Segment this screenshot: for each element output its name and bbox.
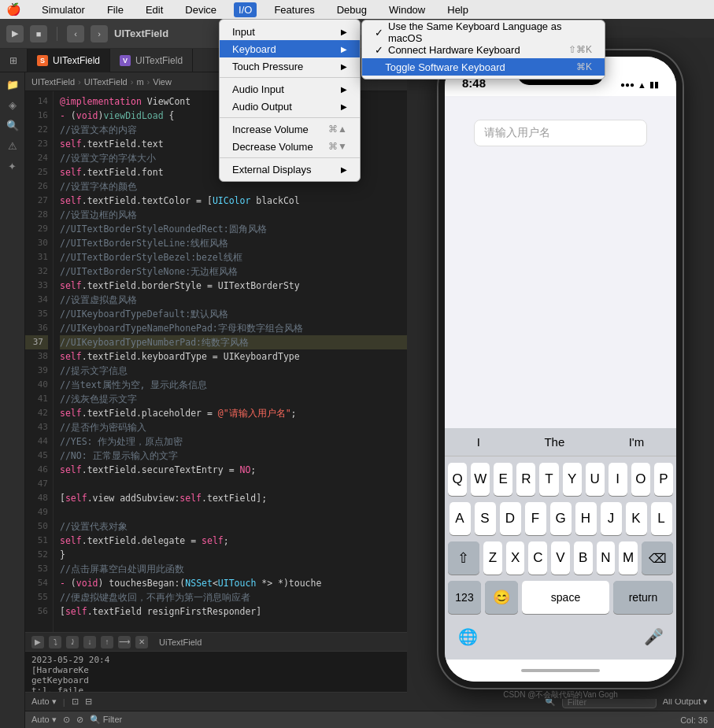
kb-key-s[interactable]: S [475, 502, 496, 535]
kb-key-shift[interactable]: ⇧ [448, 541, 479, 575]
debug-step-btn[interactable]: ⤵ [49, 636, 61, 649]
breadcrumb-part-2[interactable]: UITextField [84, 77, 128, 87]
symbol-nav-icon[interactable]: ◈ [4, 96, 21, 113]
submenu-connect-hardware-label: Connect Hardware Keyboard [388, 44, 520, 56]
ln-31: 31 [38, 250, 48, 264]
debug-step-over-btn[interactable]: ⤸ [66, 636, 79, 649]
run-button[interactable]: ▶ [6, 25, 24, 42]
kb-key-m[interactable]: M [619, 541, 638, 575]
apple-logo-icon[interactable]: 🍎 [6, 2, 21, 17]
debug-toggle-1[interactable]: ⊡ [72, 697, 79, 707]
kb-key-w[interactable]: W [471, 463, 490, 496]
kb-key-mic[interactable]: 🎤 [637, 620, 670, 653]
menu-touch-pressure[interactable]: Touch Pressure ▶ [220, 57, 360, 75]
file-nav-icon[interactable]: 📁 [4, 76, 21, 93]
status-icon-2: ⊘ [76, 715, 83, 725]
menu-io[interactable]: I/O [234, 2, 257, 17]
kb-key-l[interactable]: L [651, 502, 672, 535]
menu-device[interactable]: Device [180, 2, 221, 17]
breadcrumb-part-4[interactable]: View [153, 77, 172, 87]
kb-key-f[interactable]: F [525, 502, 546, 535]
status-bar: Auto ▾ ⊙ ⊘ 🔍 Filter Col: 36 [25, 711, 714, 728]
debug-share-btn[interactable]: ⟶ [118, 636, 131, 649]
kb-key-delete[interactable]: ⌫ [642, 541, 673, 575]
suggestion-i[interactable]: I [477, 435, 480, 449]
menu-audio-output[interactable]: Audio Output ▶ [220, 98, 360, 115]
kb-key-emoji[interactable]: 😊 [485, 581, 518, 614]
iphone-keyboard[interactable]: I The I'm Q W E R T Y U I O [445, 428, 676, 660]
stop-button[interactable]: ■ [30, 25, 47, 42]
auto-status[interactable]: Auto ▾ [31, 715, 57, 725]
kb-key-x[interactable]: X [506, 541, 525, 575]
tab-navigator[interactable]: ⊞ [0, 49, 28, 72]
debug-play-btn[interactable]: ▶ [31, 636, 44, 649]
kb-key-b[interactable]: B [574, 541, 593, 575]
menu-file[interactable]: File [102, 2, 128, 17]
kb-key-r[interactable]: R [516, 463, 535, 496]
kb-key-o[interactable]: O [631, 463, 650, 496]
kb-key-globe[interactable]: 🌐 [451, 620, 484, 653]
username-textfield[interactable]: 请输入用户名 [474, 120, 647, 146]
nav-forward-button[interactable]: › [91, 25, 108, 42]
submenu-same-language[interactable]: ✓ Use the Same Keyboard Language as macO… [362, 24, 605, 41]
menu-audio-input[interactable]: Audio Input ▶ [220, 80, 360, 98]
menu-features[interactable]: Features [269, 2, 319, 17]
kb-row-1: Q W E R T Y U I O P [445, 456, 676, 496]
tab-uitextfield-1[interactable]: S UITextField [28, 49, 110, 72]
ln-48: 48 [38, 491, 48, 505]
menu-decrease-volume[interactable]: Decrease Volume ⌘▼ [220, 138, 360, 155]
kb-key-h[interactable]: H [575, 502, 597, 535]
menu-window[interactable]: Window [384, 2, 430, 17]
kb-key-u[interactable]: U [586, 463, 605, 496]
kb-key-k[interactable]: K [626, 502, 647, 535]
menu-increase-volume[interactable]: Increase Volume ⌘▲ [220, 120, 360, 138]
breadcrumb-part-3[interactable]: m [136, 77, 143, 87]
warning-nav-icon[interactable]: ⚠ [4, 137, 21, 154]
kb-key-z[interactable]: Z [483, 541, 502, 575]
kb-key-a[interactable]: A [449, 502, 471, 535]
kb-key-j[interactable]: J [601, 502, 622, 535]
kb-key-i[interactable]: I [609, 463, 627, 496]
menu-input[interactable]: Input ▶ [220, 23, 360, 40]
iphone-status-icons: ●●● ▲ ▮▮ [620, 79, 659, 90]
breadcrumb-part-1[interactable]: UITextField [31, 77, 75, 87]
debug-step-out-btn[interactable]: ↑ [101, 636, 113, 649]
debug-clear-btn[interactable]: ✕ [135, 636, 148, 649]
nav-back-button[interactable]: ‹ [67, 25, 84, 42]
kb-key-space[interactable]: space [522, 581, 609, 614]
kb-key-e[interactable]: E [494, 463, 512, 496]
menu-audio-output-label: Audio Output [232, 101, 292, 113]
ln-52: 52 [38, 548, 48, 562]
kb-key-n[interactable]: N [597, 541, 616, 575]
tab-uitextfield-2[interactable]: V UITextField [110, 49, 193, 72]
menu-edit[interactable]: Edit [141, 2, 168, 17]
ln-55: 55 [38, 590, 48, 604]
menu-external-displays[interactable]: External Displays ▶ [220, 161, 360, 178]
suggestion-im[interactable]: I'm [629, 435, 645, 449]
kb-key-q[interactable]: Q [448, 463, 467, 496]
kb-key-d[interactable]: D [500, 502, 521, 535]
kb-key-v[interactable]: V [551, 541, 570, 575]
kb-key-p[interactable]: P [654, 463, 673, 496]
debug-step-in-btn[interactable]: ↓ [83, 636, 96, 649]
menu-help[interactable]: Help [442, 2, 473, 17]
menu-touch-pressure-label: Touch Pressure [232, 61, 303, 72]
menu-simulator[interactable]: Simulator [37, 2, 90, 17]
kb-key-123[interactable]: 123 [448, 581, 481, 614]
kb-key-c[interactable]: C [528, 541, 547, 575]
breakpoint-nav-icon[interactable]: ✦ [4, 157, 21, 175]
submenu-toggle-software[interactable]: Toggle Software Keyboard ⌘K [362, 58, 605, 76]
menu-keyboard[interactable]: Keyboard ▶ [220, 40, 360, 57]
debug-toggle-2[interactable]: ⊟ [85, 697, 92, 707]
kb-key-t[interactable]: T [539, 463, 558, 496]
search-nav-icon[interactable]: 🔍 [4, 116, 21, 134]
kb-row-3: ⇧ Z X C V B N M ⌫ [445, 535, 676, 575]
suggestion-the[interactable]: The [544, 435, 564, 449]
menu-audio-input-label: Audio Input [232, 83, 284, 95]
submenu-connect-hardware[interactable]: ✓ Connect Hardware Keyboard ⇧⌘K [362, 41, 605, 58]
debug-label: UiTextField [159, 637, 202, 647]
kb-key-y[interactable]: Y [563, 463, 582, 496]
kb-key-g[interactable]: G [550, 502, 572, 535]
kb-key-return[interactable]: return [613, 581, 673, 614]
menu-debug[interactable]: Debug [332, 2, 372, 17]
